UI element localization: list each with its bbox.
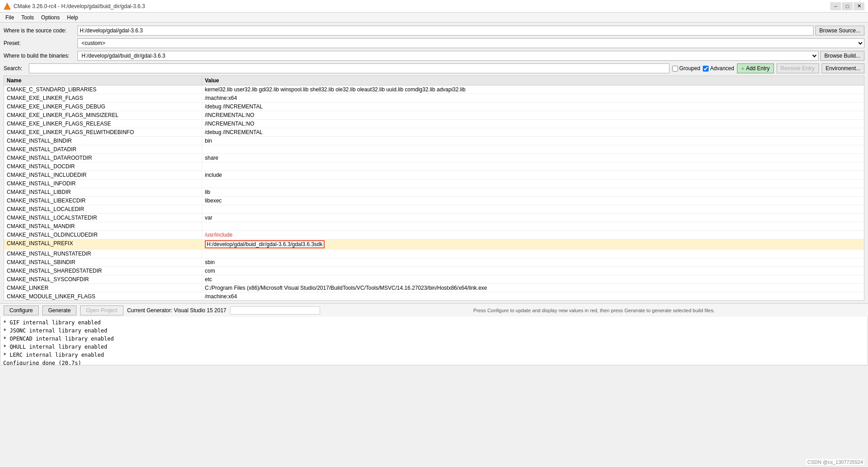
cell-name: CMAKE_INSTALL_DOCDIR xyxy=(4,162,202,171)
configure-button[interactable]: Configure xyxy=(4,305,39,315)
cell-value: sbin xyxy=(202,258,864,266)
advanced-checkbox-label[interactable]: Advanced xyxy=(703,65,734,72)
table-row[interactable]: CMAKE_INSTALL_LOCALSTATEDIRvar xyxy=(4,214,864,222)
source-input[interactable] xyxy=(77,26,814,36)
table-row[interactable]: CMAKE_C_STANDARD_LIBRARIESkernel32.lib u… xyxy=(4,85,864,94)
cell-name: CMAKE_INSTALL_LOCALSTATEDIR xyxy=(4,214,202,222)
cell-name: CMAKE_EXE_LINKER_FLAGS_MINSIZEREL xyxy=(4,111,202,119)
cell-value: var xyxy=(202,214,864,222)
preset-select[interactable]: <custom> xyxy=(77,38,864,48)
cell-value: /INCREMENTAL:NO xyxy=(202,120,864,128)
highlighted-value: H:/develop/gdal/buid_dir/gdal-3.6.3/gdal… xyxy=(205,240,325,248)
window-controls[interactable]: − □ ✕ xyxy=(830,2,864,10)
close-button[interactable]: ✕ xyxy=(854,2,864,10)
col-value-header: Value xyxy=(202,76,864,85)
table-row[interactable]: CMAKE_INSTALL_SHAREDSTATEDIRcom xyxy=(4,267,864,275)
search-input[interactable] xyxy=(29,63,669,73)
table-row[interactable]: CMAKE_INSTALL_DATADIR xyxy=(4,145,864,154)
minimize-button[interactable]: − xyxy=(830,2,841,10)
browse-build-button[interactable]: Browse Build... xyxy=(820,51,864,61)
table-row[interactable]: CMAKE_EXE_LINKER_FLAGS_DEBUG/debug /INCR… xyxy=(4,103,864,111)
cell-name: CMAKE_INSTALL_SHAREDSTATEDIR xyxy=(4,267,202,275)
menu-bar: File Tools Options Help xyxy=(0,13,868,22)
table-row[interactable]: CMAKE_INSTALL_INFODIR xyxy=(4,180,864,188)
cell-value: etc xyxy=(202,275,864,283)
generator-prefix: Current Generator: xyxy=(127,307,172,314)
table-row[interactable]: CMAKE_INSTALL_SBINDIRsbin xyxy=(4,258,864,267)
menu-file[interactable]: File xyxy=(2,13,18,22)
maximize-button[interactable]: □ xyxy=(842,2,853,10)
search-label: Search: xyxy=(4,65,26,72)
cell-value: H:/develop/gdal/buid_dir/gdal-3.6.3/gdal… xyxy=(202,239,864,249)
remove-entry-button[interactable]: Remove Entry xyxy=(777,63,819,73)
add-entry-button[interactable]: + Add Entry xyxy=(737,63,774,73)
open-project-button[interactable]: Open Project xyxy=(80,305,123,315)
table-row[interactable]: CMAKE_INSTALL_INCLUDEDIRinclude xyxy=(4,171,864,180)
table-row[interactable]: CMAKE_INSTALL_LIBDIRlib xyxy=(4,188,864,197)
table-row[interactable]: CMAKE_EXE_LINKER_FLAGS_MINSIZEREL/INCREM… xyxy=(4,111,864,120)
cell-value xyxy=(202,222,864,230)
preset-label: Preset: xyxy=(4,40,76,46)
table-row[interactable]: CMAKE_INSTALL_RUNSTATEDIR xyxy=(4,250,864,258)
progress-bar xyxy=(230,306,320,314)
menu-options[interactable]: Options xyxy=(37,13,63,22)
add-icon: + xyxy=(741,65,745,72)
table-row[interactable]: CMAKE_LINKERC:/Program Files (x86)/Micro… xyxy=(4,284,864,292)
remove-entry-label: Remove Entry xyxy=(781,65,815,72)
title-bar: CMake 3.26.0-rc4 - H:/develop/gdal/buid_… xyxy=(0,0,868,13)
cell-value: kernel32.lib user32.lib gdi32.lib winspo… xyxy=(202,85,864,94)
cell-value xyxy=(202,145,864,153)
cell-value: lib xyxy=(202,188,864,196)
log-area: * GIF internal library enabled* JSONC in… xyxy=(0,317,868,365)
table-row[interactable]: CMAKE_INSTALL_PREFIXH:/develop/gdal/buid… xyxy=(4,239,864,250)
grouped-checkbox-label[interactable]: Grouped xyxy=(672,65,701,72)
cell-name: CMAKE_INSTALL_INFODIR xyxy=(4,180,202,188)
build-select[interactable]: H:/develop/gdal/buid_dir/gdal-3.6.3 xyxy=(77,51,818,61)
cell-name: CMAKE_INSTALL_SBINDIR xyxy=(4,258,202,266)
cell-value: /debug /INCREMENTAL xyxy=(202,103,864,111)
source-label: Where is the source code: xyxy=(4,27,76,34)
cell-value: /usr/include xyxy=(202,231,864,239)
cell-value: share xyxy=(202,154,864,162)
table-row[interactable]: CMAKE_INSTALL_BINDIRbin xyxy=(4,137,864,145)
cell-value: /debug /INCREMENTAL xyxy=(202,128,864,136)
cell-value xyxy=(202,250,864,258)
environment-button[interactable]: Environment... xyxy=(822,63,864,73)
log-line: * QHULL internal library enabled xyxy=(3,343,865,351)
advanced-checkbox[interactable] xyxy=(703,66,709,72)
table-row[interactable]: CMAKE_INSTALL_MANDIR xyxy=(4,222,864,231)
add-entry-label: Add Entry xyxy=(746,65,770,72)
grouped-checkbox[interactable] xyxy=(672,66,678,72)
browse-source-button[interactable]: Browse Source... xyxy=(815,26,864,36)
cell-value: C:/Program Files (x86)/Microsoft Visual … xyxy=(202,284,864,292)
table-row[interactable]: CMAKE_INSTALL_LIBEXECDIRlibexec xyxy=(4,197,864,205)
cell-name: CMAKE_MODULE_LINKER_FLAGS xyxy=(4,292,202,301)
cell-value: include xyxy=(202,171,864,179)
source-row: Where is the source code: Browse Source.… xyxy=(4,25,864,36)
table-row[interactable]: CMAKE_EXE_LINKER_FLAGS/machine:x64 xyxy=(4,94,864,103)
cell-name: CMAKE_INSTALL_SYSCONFDIR xyxy=(4,275,202,283)
advanced-label: Advanced xyxy=(710,65,734,72)
menu-help[interactable]: Help xyxy=(63,13,82,22)
table-row[interactable]: CMAKE_MODULE_LINKER_FLAGS/machine:x64 xyxy=(4,292,864,301)
log-line: * GIF internal library enabled xyxy=(3,319,865,327)
title-bar-left: CMake 3.26.0-rc4 - H:/develop/gdal/buid_… xyxy=(4,3,145,10)
log-done-line: Configuring done (20.7s) xyxy=(3,359,865,365)
table-row[interactable]: CMAKE_INSTALL_DOCDIR xyxy=(4,162,864,171)
table-row[interactable]: CMAKE_INSTALL_OLDINCLUDEDIR/usr/include xyxy=(4,231,864,239)
table-row[interactable]: CMAKE_EXE_LINKER_FLAGS_RELEASE/INCREMENT… xyxy=(4,120,864,128)
table-row[interactable]: CMAKE_INSTALL_LOCALEDIR xyxy=(4,205,864,214)
cell-value xyxy=(202,205,864,213)
cell-value: /machine:x64 xyxy=(202,94,864,102)
table-row[interactable]: CMAKE_INSTALL_SYSCONFDIRetc xyxy=(4,275,864,284)
generate-button[interactable]: Generate xyxy=(42,305,77,315)
col-name-header: Name xyxy=(4,76,202,85)
cell-value: bin xyxy=(202,137,864,145)
table-row[interactable]: CMAKE_EXE_LINKER_FLAGS_RELWITHDEBINFO/de… xyxy=(4,128,864,137)
log-body: * GIF internal library enabled* JSONC in… xyxy=(3,319,865,359)
cmake-variables-table: Name Value CMAKE_C_STANDARD_LIBRARIESker… xyxy=(4,76,864,301)
cell-name: CMAKE_INSTALL_DATAROOTDIR xyxy=(4,154,202,162)
menu-tools[interactable]: Tools xyxy=(18,13,37,22)
table-row[interactable]: CMAKE_INSTALL_DATAROOTDIRshare xyxy=(4,154,864,162)
build-label: Where to build the binaries: xyxy=(4,53,76,59)
